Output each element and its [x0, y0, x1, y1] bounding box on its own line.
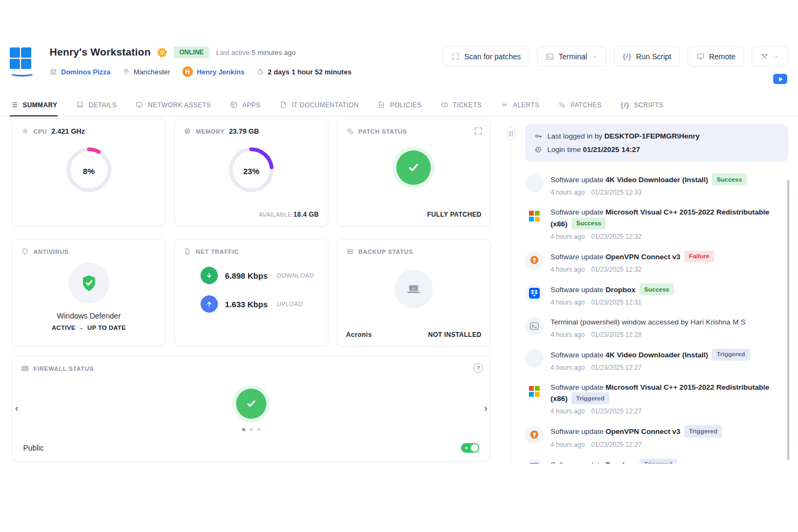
- chevron-down-icon: [773, 53, 780, 60]
- download-label: DOWNLOAD: [277, 272, 314, 279]
- activity-ago: 4 hours ago: [551, 232, 584, 241]
- activity-item[interactable]: Software update OpenVPN Connect v3Failur…: [525, 246, 781, 279]
- activity-name: Terminal (powershell) window accessed by…: [551, 318, 746, 326]
- it-documentation-icon: [279, 101, 287, 109]
- patch-icon: [346, 127, 354, 135]
- patch-scan-icon[interactable]: [473, 126, 483, 136]
- upload-label: UPLOAD: [277, 301, 303, 307]
- carousel-next-arrow[interactable]: ›: [484, 403, 487, 413]
- activity-item[interactable]: Software update OpenVPN Connect v3Trigge…: [525, 421, 781, 454]
- carousel-prev-arrow[interactable]: ‹: [15, 403, 18, 413]
- technician-link[interactable]: HHenry Jenkins: [182, 66, 245, 77]
- antivirus-state: ACTIVE-UP TO DATE: [21, 324, 156, 331]
- antivirus-card: ANTIVIRUS Windows Defender ACTIVE-UP TO …: [12, 239, 166, 347]
- terminal-window-icon: [525, 317, 544, 335]
- backup-vendor: Acronis: [346, 331, 372, 338]
- windows-logo-icon: [10, 47, 35, 77]
- memory-available: AVAILABLE18.4 GB: [259, 211, 319, 218]
- tab-apps[interactable]: APPS: [229, 96, 261, 116]
- activity-ago: 4 hours ago: [551, 330, 584, 340]
- play-icon: [779, 77, 783, 81]
- download-arrow-icon: [201, 267, 218, 284]
- upload-row: 1.633 Kbps UPLOAD: [201, 295, 319, 313]
- activity-prefix: Software update: [551, 208, 606, 216]
- chevron-down-icon: [591, 53, 598, 60]
- activity-datetime: 01/23/2025 12:31: [591, 298, 641, 307]
- terminal-button[interactable]: Terminal: [537, 46, 607, 66]
- memory-total-value: 23.79 GB: [229, 127, 259, 135]
- activity-panel: Last logged in by DESKTOP-1FEPMGR\Henry …: [525, 124, 788, 464]
- history-clock-icon: [534, 146, 542, 154]
- activity-item[interactable]: Software update DropboxSuccess 4 hours a…: [525, 279, 781, 312]
- tab-scripts[interactable]: {/}SCRIPTS: [620, 96, 664, 116]
- key-icon: [534, 132, 542, 140]
- activity-ago: 4 hours ago: [551, 298, 584, 307]
- app-icon: [525, 349, 544, 368]
- backup-status-label: BACKUP STATUS: [359, 248, 413, 255]
- activity-item[interactable]: Software update Microsoft Visual C++ 201…: [525, 377, 781, 422]
- activity-time: 4 hours ago 01/23/2025 12:27: [551, 363, 750, 372]
- backup-status-value: NOT INSTALLED: [428, 331, 481, 338]
- activity-time: 4 hours ago 01/23/2025 12:27: [551, 406, 781, 416]
- tab-it-documentation[interactable]: IT DOCUMENTATION: [279, 96, 359, 116]
- remote-screen-icon: [696, 52, 705, 61]
- panel-splitter[interactable]: [511, 119, 511, 464]
- activity-time: 4 hours ago 01/23/2025 12:31: [551, 298, 674, 307]
- patch-status-label: PATCH STATUS: [359, 128, 407, 135]
- antivirus-product: Windows Defender: [21, 312, 156, 320]
- video-tour-button[interactable]: [773, 74, 787, 84]
- firewall-wall-icon: [21, 364, 29, 372]
- cpu-card: CPU 2.421 GHz 8%: [12, 119, 166, 226]
- page-title: Henry's Workstation: [50, 46, 150, 58]
- tab-patches[interactable]: PATCHES: [558, 96, 602, 116]
- microsoft-icon: [525, 207, 544, 225]
- carousel-dot[interactable]: [257, 428, 260, 431]
- activity-datetime: 01/23/2025 12:32: [591, 232, 641, 241]
- activity-item[interactable]: Software update Microsoft Visual C++ 201…: [525, 202, 781, 246]
- activity-item[interactable]: Software update DropboxTriggered 4 hours…: [525, 454, 781, 464]
- activity-time: 4 hours ago 01/23/2025 12:27: [551, 440, 722, 450]
- carousel-dot[interactable]: [250, 428, 253, 431]
- help-icon[interactable]: ?: [473, 363, 483, 373]
- tab-network-assets[interactable]: NETWORK ASSETS: [135, 96, 211, 116]
- activity-prefix: Software update: [551, 383, 606, 391]
- remote-button[interactable]: Remote: [687, 46, 744, 66]
- tab-details[interactable]: DETAILS: [75, 96, 117, 116]
- patches-icon: [558, 101, 566, 109]
- download-row: 6.898 Kbps DOWNLOAD: [201, 267, 319, 284]
- run-script-button[interactable]: {/}Run Script: [614, 46, 680, 66]
- activity-item[interactable]: Software update 4K Video Downloader (Ins…: [525, 344, 781, 377]
- activity-item[interactable]: Software update 4K Video Downloader (Ins…: [525, 169, 781, 202]
- tools-menu-button[interactable]: [752, 46, 788, 66]
- scan-icon: [451, 52, 460, 61]
- activity-scrollbar[interactable]: [787, 180, 789, 460]
- tickets-icon: [441, 101, 449, 109]
- last-active-text: Last active 5 minutes ago: [216, 49, 295, 57]
- policies-icon: [377, 101, 386, 109]
- script-braces-icon: {/}: [623, 52, 632, 60]
- summary-icon: [10, 101, 18, 109]
- company-link[interactable]: Dominos Pizza: [50, 68, 111, 76]
- tab-bar: SUMMARY DETAILS NETWORK ASSETS APPS IT D…: [0, 96, 798, 116]
- tab-summary[interactable]: SUMMARY: [10, 96, 58, 116]
- activity-time: 4 hours ago 01/23/2025 12:32: [551, 232, 781, 241]
- activity-time: 4 hours ago 01/23/2025 12:28: [551, 330, 746, 340]
- agent-seal-icon: [156, 47, 168, 58]
- gear-icon: [21, 127, 29, 135]
- alerts-icon: [500, 101, 508, 109]
- firewall-check-icon: [236, 389, 266, 419]
- activity-name: 4K Video Downloader (Install): [606, 176, 708, 184]
- tab-tickets[interactable]: TICKETS: [440, 96, 482, 116]
- tab-alerts[interactable]: ALERTS: [500, 96, 540, 116]
- carousel-dot[interactable]: [242, 428, 245, 431]
- activity-item[interactable]: Terminal (powershell) window accessed by…: [525, 312, 781, 344]
- status-badge: ONLINE: [174, 46, 209, 58]
- net-traffic-label: NET TRAFFIC: [196, 248, 239, 255]
- openvpn-icon: [525, 251, 544, 270]
- activity-prefix: Software update: [551, 176, 606, 184]
- firewall-toggle[interactable]: [461, 443, 479, 453]
- tab-policies[interactable]: POLICIES: [377, 96, 422, 116]
- cpu-percent: 8%: [63, 144, 115, 198]
- scan-for-patches-button[interactable]: Scan for patches: [443, 46, 529, 66]
- splitter-handle-icon[interactable]: [507, 127, 515, 140]
